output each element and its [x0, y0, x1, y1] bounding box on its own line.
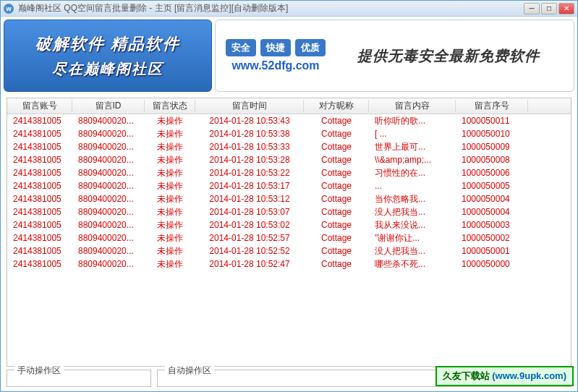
table-row[interactable]: 24143810058809400020...未操作2014-01-28 10:… — [7, 231, 571, 244]
table-cell: 8809400020... — [72, 220, 145, 230]
window-title: 巅峰阁社区 QQ空间留言批量删除 - 主页 [留言消息监控][自动删除版本] — [18, 2, 524, 14]
pill-fast: 快捷 — [260, 39, 291, 56]
pill-safe: 安全 — [226, 39, 256, 56]
titlebar[interactable]: w 巅峰阁社区 QQ空间留言批量删除 - 主页 [留言消息监控][自动删除版本]… — [1, 1, 577, 17]
table-cell: 2414381005 — [7, 259, 72, 269]
col-time[interactable]: 留言时间 — [195, 100, 304, 112]
table-row[interactable]: 24143810058809400020...未操作2014-01-28 10:… — [7, 114, 571, 127]
table-cell: "谢谢你让... — [369, 232, 456, 244]
table-cell: 2014-01-28 10:53:12 — [195, 194, 304, 204]
table-cell: 听你听的歌... — [369, 115, 456, 127]
table-cell: Cottage — [304, 129, 369, 139]
table-cell: 2414381005 — [7, 194, 72, 204]
table-row[interactable]: 24143810058809400020...未操作2014-01-28 10:… — [7, 218, 571, 231]
table-header: 留言账号 留言ID 留言状态 留言时间 对方昵称 留言内容 留言序号 — [7, 98, 571, 114]
col-account[interactable]: 留言账号 — [7, 100, 72, 112]
table-cell: 2014-01-28 10:53:22 — [195, 168, 304, 178]
table-cell: \\&amp;amp;... — [369, 155, 456, 165]
table-cell: Cottage — [304, 207, 369, 217]
banner-right[interactable]: 安全 快捷 优质 www.52dfg.com 提供无毒安全最新免费软件 — [215, 20, 574, 92]
table-cell: 2414381005 — [7, 246, 72, 256]
col-status[interactable]: 留言状态 — [145, 100, 195, 112]
table-cell: 2414381005 — [7, 155, 72, 165]
banner-url: www.52dfg.com — [231, 59, 319, 72]
table-cell: ... — [369, 181, 456, 191]
table-cell: 当你忽略我... — [369, 193, 456, 205]
table-cell: 2414381005 — [7, 168, 72, 178]
main-window: w 巅峰阁社区 QQ空间留言批量删除 - 主页 [留言消息监控][自动删除版本]… — [0, 0, 578, 392]
watermark[interactable]: 久友下载站 (www.9upk.com) — [435, 366, 574, 386]
banner-slogan-1: 破解软件 精品软件 — [35, 33, 180, 55]
table-row[interactable]: 24143810058809400020...未操作2014-01-28 10:… — [7, 257, 571, 270]
table-cell: 2014-01-28 10:53:33 — [195, 142, 304, 152]
table-cell: Cottage — [304, 259, 369, 269]
col-id[interactable]: 留言ID — [72, 100, 145, 112]
table-cell: Cottage — [304, 246, 369, 256]
table-cell: 2014-01-28 10:53:07 — [195, 207, 304, 217]
auto-panel-label: 自动操作区 — [165, 365, 214, 377]
table-body[interactable]: 24143810058809400020...未操作2014-01-28 10:… — [7, 114, 571, 366]
table-cell: 1000050003 — [456, 220, 528, 230]
table-cell: Cottage — [304, 194, 369, 204]
table-cell: 1000050011 — [456, 116, 528, 126]
manual-panel: 手动操作区 — [7, 370, 151, 387]
table-cell: [ ... — [369, 129, 456, 139]
table-cell: 1000050008 — [456, 155, 528, 165]
table-cell: 8809400020... — [72, 194, 145, 204]
table-cell: 世界上最可... — [369, 141, 456, 153]
table-cell: 8809400020... — [72, 168, 145, 178]
table-row[interactable]: 24143810058809400020...未操作2014-01-28 10:… — [7, 179, 571, 192]
table-cell: 未操作 — [145, 245, 195, 257]
table-cell: 2014-01-28 10:53:02 — [195, 220, 304, 230]
table-cell: 没人把我当... — [369, 245, 456, 257]
col-nickname[interactable]: 对方昵称 — [304, 100, 369, 112]
app-icon: w — [4, 4, 14, 14]
watermark-site: 久友下载站 — [443, 370, 490, 381]
table-cell: 2414381005 — [7, 233, 72, 243]
table-cell: 未操作 — [145, 193, 195, 205]
table-cell: 未操作 — [145, 128, 195, 140]
table-cell: 2414381005 — [7, 116, 72, 126]
banner-slogan-2: 尽在巅峰阁社区 — [52, 59, 163, 79]
table-row[interactable]: 24143810058809400020...未操作2014-01-28 10:… — [7, 140, 571, 153]
table-cell: 哪些杀不死... — [369, 258, 456, 270]
table-cell: 2014-01-28 10:52:57 — [195, 233, 304, 243]
table-cell: 8809400020... — [72, 155, 145, 165]
table-cell: 未操作 — [145, 154, 195, 166]
table-cell: 2414381005 — [7, 207, 72, 217]
table-cell: 未操作 — [145, 258, 195, 270]
message-table: 留言账号 留言ID 留言状态 留言时间 对方昵称 留言内容 留言序号 24143… — [7, 98, 571, 367]
table-row[interactable]: 24143810058809400020...未操作2014-01-28 10:… — [7, 166, 571, 179]
pill-quality: 优质 — [295, 39, 326, 56]
table-cell: 2014-01-28 10:53:17 — [195, 181, 304, 191]
table-cell: Cottage — [304, 142, 369, 152]
table-cell: 2014-01-28 10:53:43 — [195, 116, 304, 126]
table-row[interactable]: 24143810058809400020...未操作2014-01-28 10:… — [7, 244, 571, 257]
table-cell: 2414381005 — [7, 181, 72, 191]
close-button[interactable]: ✕ — [558, 3, 574, 14]
table-row[interactable]: 24143810058809400020...未操作2014-01-28 10:… — [7, 192, 571, 205]
table-row[interactable]: 24143810058809400020...未操作2014-01-28 10:… — [7, 127, 571, 140]
window-controls: ─ □ ✕ — [524, 3, 574, 14]
table-cell: Cottage — [304, 220, 369, 230]
minimize-button[interactable]: ─ — [524, 3, 540, 14]
table-cell: 1000050010 — [456, 129, 528, 139]
table-cell: 1000050005 — [456, 181, 528, 191]
watermark-url[interactable]: (www.9upk.com) — [492, 370, 566, 381]
table-cell: 1000050004 — [456, 207, 528, 217]
banner-left[interactable]: 破解软件 精品软件 尽在巅峰阁社区 — [4, 20, 212, 92]
table-cell: Cottage — [304, 233, 369, 243]
col-content[interactable]: 留言内容 — [369, 100, 456, 112]
col-seq[interactable]: 留言序号 — [456, 100, 528, 112]
table-cell: 1000050001 — [456, 246, 528, 256]
table-cell: Cottage — [304, 155, 369, 165]
table-cell: Cottage — [304, 168, 369, 178]
table-row[interactable]: 24143810058809400020...未操作2014-01-28 10:… — [7, 205, 571, 218]
banner-tagline: 提供无毒安全最新免费软件 — [333, 46, 564, 66]
table-cell: 2414381005 — [7, 142, 72, 152]
table-cell: 2014-01-28 10:53:38 — [195, 129, 304, 139]
table-cell: Cottage — [304, 181, 369, 191]
table-row[interactable]: 24143810058809400020...未操作2014-01-28 10:… — [7, 153, 571, 166]
table-cell: 2014-01-28 10:52:52 — [195, 246, 304, 256]
maximize-button[interactable]: □ — [541, 3, 557, 14]
